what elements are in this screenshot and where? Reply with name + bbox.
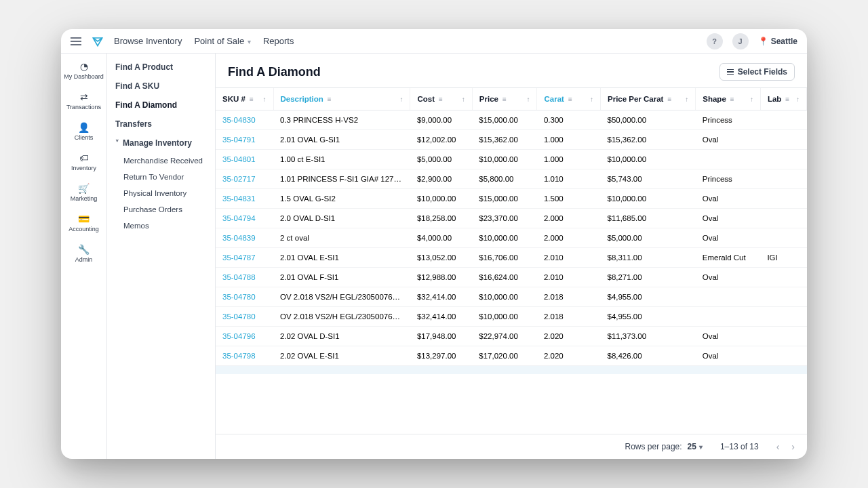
- user-avatar[interactable]: J: [732, 33, 749, 49]
- submenu-subitem-memos[interactable]: Memos: [107, 218, 215, 234]
- cell-shape: Oval: [696, 268, 761, 287]
- sort-asc-icon[interactable]: ↑: [462, 96, 465, 103]
- nav-point-of-sale[interactable]: Point of Sale ▾: [194, 36, 251, 46]
- submenu-item-transfers[interactable]: Transfers: [107, 115, 215, 134]
- sku-link[interactable]: 35-04830: [222, 116, 256, 124]
- col-header-label: Shape: [703, 95, 726, 103]
- cell-carat: 2.010: [537, 248, 601, 268]
- submenu-item-find-a-diamond[interactable]: Find A Diamond: [107, 96, 215, 115]
- col-header-ppc[interactable]: Price Per Carat≡↑: [600, 88, 695, 110]
- sku-link[interactable]: 35-04780: [222, 312, 256, 321]
- filter-icon[interactable]: ≡: [667, 96, 671, 103]
- col-header-price[interactable]: Price≡↑: [472, 88, 537, 110]
- submenu-item-manage-inventory[interactable]: Manage Inventory: [107, 134, 215, 152]
- sku-link[interactable]: 35-04791: [222, 136, 256, 144]
- nav-reports[interactable]: Reports: [263, 36, 294, 46]
- submenu-item-find-a-sku[interactable]: Find A SKU: [107, 77, 215, 96]
- col-header-shape[interactable]: Shape≡↑: [696, 88, 761, 110]
- filter-icon[interactable]: ≡: [328, 96, 332, 103]
- sku-link[interactable]: 35-04831: [222, 195, 256, 203]
- location-selector[interactable]: 📍 Seattle: [758, 37, 797, 46]
- table-row[interactable]: 35-047982.02 OVAL E-SI1$13,297.00$17,020…: [216, 346, 807, 366]
- rail-item-inventory[interactable]: 🏷Inventory: [61, 149, 106, 176]
- rail-item-marketing[interactable]: 🛒Marketing: [61, 180, 106, 206]
- sku-link[interactable]: 35-02717: [222, 175, 256, 183]
- page-prev-button[interactable]: ‹: [776, 441, 780, 452]
- sort-asc-icon[interactable]: ↑: [750, 96, 753, 103]
- rail-item-transactions[interactable]: ⇄Transactions: [61, 88, 106, 115]
- sku-link[interactable]: 35-04794: [222, 214, 256, 222]
- col-header-sku[interactable]: SKU #≡↑: [216, 88, 273, 110]
- table-row[interactable]: 35-047912.01 OVAL G-SI1$12,002.00$15,362…: [216, 130, 807, 150]
- sort-asc-icon[interactable]: ↑: [526, 96, 530, 103]
- menu-toggle-icon[interactable]: [71, 37, 81, 45]
- submenu-subitem-return-to-vendor[interactable]: Return To Vendor: [107, 169, 215, 185]
- help-button[interactable]: ?: [707, 33, 723, 49]
- nav-browse-inventory[interactable]: Browse Inventory: [114, 36, 182, 46]
- cell-sku: 35-04839: [216, 228, 273, 248]
- submenu-subitem-purchase-orders[interactable]: Purchase Orders: [107, 201, 215, 218]
- cell-price: $16,706.00: [472, 248, 537, 268]
- filter-icon[interactable]: ≡: [730, 96, 734, 103]
- sku-link[interactable]: 35-04788: [222, 273, 256, 281]
- sort-asc-icon[interactable]: ↑: [590, 96, 593, 103]
- rail-item-label: Transactions: [66, 104, 101, 110]
- filter-icon[interactable]: ≡: [785, 96, 789, 103]
- sku-link[interactable]: 35-04798: [222, 352, 256, 360]
- rows-per-page-select[interactable]: 25 ▾: [688, 442, 703, 451]
- table-row[interactable]: 35-047882.01 OVAL F-SI1$12,988.00$16,624…: [216, 268, 807, 287]
- page-next-button[interactable]: ›: [791, 441, 795, 452]
- sku-link[interactable]: 35-04796: [222, 332, 256, 340]
- sku-link[interactable]: 35-04787: [222, 253, 256, 262]
- select-fields-button[interactable]: Select Fields: [719, 63, 795, 81]
- sku-link[interactable]: 35-04839: [222, 234, 256, 242]
- submenu-subitem-merchandise-received[interactable]: Merchandise Received: [107, 152, 215, 169]
- cell-shape: Emerald Cut: [696, 248, 761, 268]
- rail-item-clients[interactable]: 👤Clients: [61, 119, 106, 145]
- rail-item-label: Accounting: [68, 226, 99, 232]
- sort-asc-icon[interactable]: ↑: [263, 96, 267, 103]
- submenu-subitem-physical-inventory[interactable]: Physical Inventory: [107, 185, 215, 201]
- sort-asc-icon[interactable]: ↑: [399, 96, 403, 103]
- table-scroll[interactable]: SKU #≡↑Description≡↑Cost≡↑Price≡↑Carat≡↑…: [216, 87, 807, 434]
- table-row[interactable]: 35-047962.02 OVAL D-SI1$17,948.00$22,974…: [216, 327, 807, 346]
- brand-logo-icon: [91, 35, 104, 48]
- rail-item-admin[interactable]: 🔧Admin: [61, 241, 106, 267]
- rail-item-my-dashboard[interactable]: ◔My Dashboard: [61, 58, 106, 84]
- sort-asc-icon[interactable]: ↑: [796, 96, 800, 103]
- table-row[interactable]: 35-048011.00 ct E-SI1$5,000.00$10,000.00…: [216, 150, 807, 169]
- filter-icon[interactable]: ≡: [250, 96, 254, 103]
- col-header-cost[interactable]: Cost≡↑: [410, 88, 472, 110]
- cell-sku: 35-04831: [216, 189, 273, 209]
- page-header: Find A Diamond Select Fields: [216, 54, 807, 87]
- sort-asc-icon[interactable]: ↑: [685, 96, 688, 103]
- filter-icon[interactable]: ≡: [439, 96, 443, 103]
- submenu-item-find-a-product[interactable]: Find A Product: [107, 58, 215, 77]
- table-row[interactable]: 35-047872.01 OVAL E-SI1$13,052.00$16,706…: [216, 248, 807, 268]
- cell-price: $10,000.00: [472, 150, 537, 169]
- cell-lab: [760, 130, 806, 150]
- col-header-lab[interactable]: Lab≡↑: [760, 88, 806, 110]
- table-row[interactable]: 35-04780OV 2.018 VS2/H EGL/230500765 9.8…: [216, 287, 807, 307]
- cell-price: $15,000.00: [472, 110, 537, 130]
- col-header-carat[interactable]: Carat≡↑: [537, 88, 601, 110]
- cell-price: $10,000.00: [472, 228, 537, 248]
- cell-cost: $9,000.00: [410, 110, 472, 130]
- cell-carat: 2.020: [537, 346, 601, 366]
- filter-icon[interactable]: ≡: [568, 96, 572, 103]
- cell-sku: 35-04780: [216, 307, 273, 327]
- table-row[interactable]: 35-048311.5 OVAL G-SI2$10,000.00$15,000.…: [216, 189, 807, 209]
- rail-item-label: My Dashboard: [64, 73, 104, 80]
- rail-item-accounting[interactable]: 💳Accounting: [61, 210, 106, 237]
- table-row[interactable]: 35-04780OV 2.018 VS2/H EGL/230500765 9.8…: [216, 307, 807, 327]
- col-header-description[interactable]: Description≡↑: [273, 88, 410, 110]
- table-row[interactable]: 35-048392 ct oval$4,000.00$10,000.002.00…: [216, 228, 807, 248]
- table-row[interactable]: 35-047942.0 OVAL D-SI1$18,258.00$23,370.…: [216, 209, 807, 228]
- sku-link[interactable]: 35-04801: [222, 155, 256, 163]
- table-row[interactable]: 35-027171.01 PRINCESS F-SI1 GIA# 1276956…: [216, 169, 807, 189]
- sku-link[interactable]: 35-04780: [222, 293, 256, 301]
- filter-icon[interactable]: ≡: [502, 96, 507, 103]
- cell-price: $22,974.00: [472, 327, 537, 346]
- cell-sku: 35-04794: [216, 209, 273, 228]
- table-row[interactable]: 35-048300.3 PRINCESS H-VS2$9,000.00$15,0…: [216, 110, 807, 130]
